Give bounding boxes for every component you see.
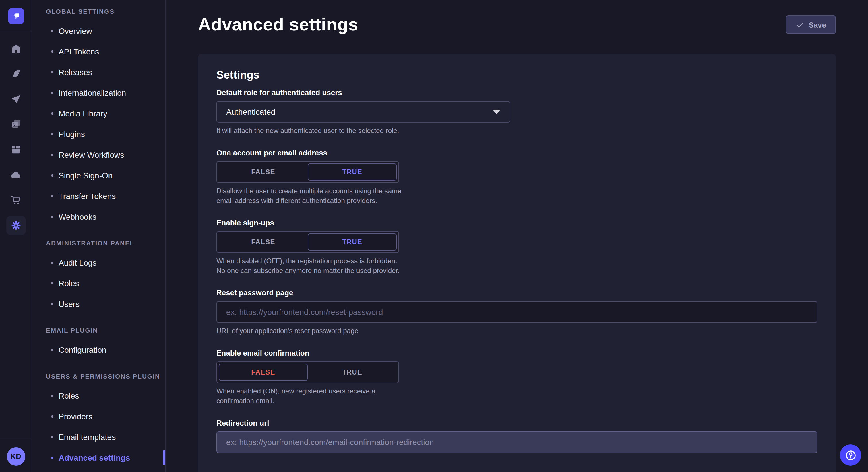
subnav-item-label: Email templates [59,432,116,442]
field-label: Redirection url [216,419,817,428]
field-hint: When disabled (OFF), the registration pr… [216,256,406,276]
main-nav-rail: KD [0,0,32,472]
subnav-item-label: Roles [59,279,79,288]
subnav-section-heading: GLOBAL SETTINGS [46,6,165,17]
logo-container [0,0,32,32]
rail-item-feather[interactable] [3,61,28,87]
field-enable-sign-ups: Enable sign-upsFALSETRUEWhen disabled (O… [216,218,817,276]
field-label: Enable email confirmation [216,349,817,358]
rail-item-layout[interactable] [3,137,28,162]
rail-item-send[interactable] [3,87,28,112]
gear-icon [10,220,22,231]
toggle-option-true[interactable]: TRUE [308,364,397,381]
toggle-option-false[interactable]: FALSE [219,233,308,250]
subnav-item-audit-logs[interactable]: Audit Logs [32,252,165,273]
check-icon [795,20,804,29]
subnav-item-roles[interactable]: Roles [32,273,165,294]
rail-item-media-library[interactable] [3,112,28,137]
page-header: Advanced settings Save [198,14,836,35]
user-avatar[interactable]: KD [7,447,25,465]
field-label: One account per email address [216,148,817,158]
boolean-toggle: FALSETRUE [216,161,399,183]
active-tile [6,216,26,235]
subnav-item-plugins[interactable]: Plugins [32,124,165,144]
subnav-item-label: Advanced settings [59,453,130,462]
bullet-icon [51,154,53,156]
bullet-icon [51,195,53,197]
subnav-section-heading: EMAIL PLUGIN [46,325,165,336]
bullet-icon [51,349,53,351]
subnav-item-advanced-settings[interactable]: Advanced settings [32,447,165,468]
boolean-toggle: FALSETRUE [216,231,399,253]
subnav-item-internationalization[interactable]: Internationalization [32,82,165,103]
subnav-item-label: Releases [59,68,92,77]
subnav-item-configuration[interactable]: Configuration [32,339,165,360]
bullet-icon [51,395,53,397]
subnav-item-roles[interactable]: Roles [32,385,165,406]
bullet-icon [51,92,53,94]
bullet-icon [51,436,53,438]
settings-subnav: GLOBAL SETTINGSOverviewAPI TokensRelease… [32,0,166,472]
subnav-item-label: Media Library [59,109,107,118]
subnav-item-single-sign-on[interactable]: Single Sign-On [32,165,165,186]
subnav-item-webhooks[interactable]: Webhooks [32,206,165,227]
bullet-icon [51,50,53,53]
bullet-icon [51,71,53,73]
subnav-item-label: Review Workflows [59,150,124,160]
strapi-admin-app: KD GLOBAL SETTINGSOverviewAPI TokensRele… [0,0,868,472]
subnav-item-email-templates[interactable]: Email templates [32,427,165,447]
toggle-option-true[interactable]: TRUE [308,164,397,181]
bullet-icon [51,303,53,305]
select-value: Authenticated [226,107,275,116]
feather-icon [10,68,22,80]
field-label: Enable sign-ups [216,218,817,228]
toggle-option-false[interactable]: FALSE [219,164,308,181]
text-input-reset-password-page[interactable] [216,301,817,323]
subnav-item-label: Roles [59,391,79,400]
subnav-item-users[interactable]: Users [32,294,165,314]
toggle-option-true[interactable]: TRUE [308,233,397,250]
field-default-role-for-authenticated-users: Default role for authenticated usersAuth… [216,88,817,136]
field-enable-email-confirmation: Enable email confirmationFALSETRUEWhen e… [216,349,817,406]
subnav-item-media-library[interactable]: Media Library [32,103,165,124]
rail-item-cloud[interactable] [3,162,28,188]
bullet-icon [51,133,53,135]
settings-card-title: Settings [216,69,817,81]
save-button[interactable]: Save [786,15,836,34]
subnav-item-label: Providers [59,412,92,421]
subnav-section-heading: ADMINISTRATION PANEL [46,237,165,249]
subnav-item-label: Transfer Tokens [59,192,116,201]
rail-item-gear[interactable] [3,213,28,238]
subnav-section-heading: USERS & PERMISSIONS PLUGIN [46,370,165,382]
home-icon [10,43,22,55]
subnav-item-releases[interactable]: Releases [32,62,165,82]
subnav-item-label: Single Sign-On [59,171,113,180]
rail-bottom: KD [0,440,32,472]
toggle-option-false[interactable]: FALSE [219,364,308,381]
subnav-item-label: API Tokens [59,47,99,56]
subnav-item-providers[interactable]: Providers [32,406,165,427]
help-button[interactable] [840,444,861,466]
subnav-item-overview[interactable]: Overview [32,21,165,41]
subnav-item-label: Internationalization [59,88,126,98]
subnav-item-label: Webhooks [59,212,96,222]
subnav-item-label: Overview [59,26,92,36]
subnav-item-review-workflows[interactable]: Review Workflows [32,144,165,165]
caret-down-icon [493,109,501,114]
main-content: Advanced settings Save Settings Default … [166,0,868,472]
rail-item-cart[interactable] [3,188,28,213]
subnav-item-api-tokens[interactable]: API Tokens [32,41,165,62]
save-button-label: Save [809,20,826,29]
rail-item-home[interactable] [3,36,28,61]
layout-icon [10,144,22,156]
subnav-item-label: Configuration [59,345,106,355]
page-title: Advanced settings [198,14,358,35]
role-select[interactable]: Authenticated [216,101,510,123]
text-input-redirection-url[interactable] [216,431,817,453]
bullet-icon [51,30,53,32]
strapi-logo-icon[interactable] [8,8,24,24]
subnav-item-transfer-tokens[interactable]: Transfer Tokens [32,186,165,206]
subnav-item-label: Plugins [59,130,85,139]
settings-fields: Default role for authenticated usersAuth… [216,88,817,453]
field-hint: Disallow the user to create multiple acc… [216,187,406,206]
